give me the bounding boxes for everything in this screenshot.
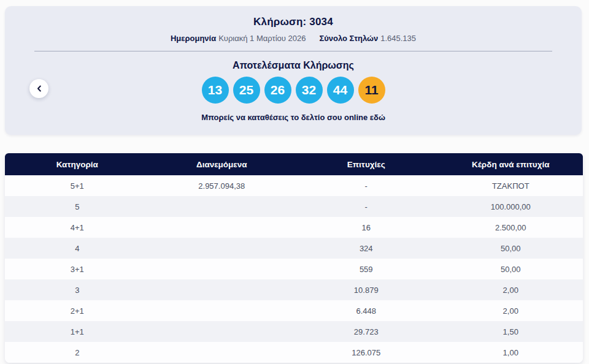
number-ball: 13 [202,77,229,104]
draw-date-value: Κυριακή 1 Μαρτίου 2026 [218,34,306,43]
cell-distributed [150,300,294,321]
prize-table: Κατηγορία Διανεμόμενα Επιτυχίες Κέρδη αν… [5,153,583,363]
divider [34,51,552,51]
table-row: 3+155950,00 [5,259,583,279]
cell-winners: - [294,175,439,196]
number-ball: 26 [264,77,291,104]
cell-category: 2 [5,342,150,363]
chevron-left-icon [36,85,42,92]
cell-distributed [150,321,294,342]
cell-winners: 324 [294,238,439,259]
draw-meta: ΗμερομηνίαΚυριακή 1 Μαρτίου 2026 Σύνολο … [5,34,582,43]
prize-table-card: Κατηγορία Διανεμόμενα Επιτυχίες Κέρδη αν… [5,153,583,363]
cell-prize: 100.000,00 [439,196,583,217]
cell-category: 4 [5,238,150,259]
cell-winners: 29.723 [294,321,439,342]
table-row: 1+129.7231,50 [5,321,583,342]
cell-prize: 50,00 [439,259,583,279]
cell-prize: 2.500,00 [439,217,583,238]
draw-results-card: Κλήρωση: 3034 ΗμερομηνίαΚυριακή 1 Μαρτίο… [5,6,582,135]
prize-table-body: 5+12.957.094,38-ΤΖΑΚΠΟΤ5-100.000,004+116… [5,175,583,363]
cell-distributed [150,279,294,300]
table-row: 2126.0751,00 [5,342,583,363]
header-winners: Επιτυχίες [294,153,439,175]
table-row: 4+1162.500,00 [5,217,583,238]
deposit-online-link[interactable]: Μπορείς να καταθέσεις το δελτίο σου onli… [201,113,385,122]
cell-prize: ΤΖΑΚΠΟΤ [439,175,583,196]
cell-category: 1+1 [5,321,150,342]
header-prize: Κέρδη ανά επιτυχία [439,153,583,175]
bonus-number-ball: 11 [358,77,385,104]
table-row: 2+16.4482,00 [5,300,583,321]
cell-category: 4+1 [5,217,150,238]
cell-distributed [150,259,294,279]
cell-category: 3+1 [5,259,150,279]
table-row: 310.8792,00 [5,279,583,300]
cell-prize: 50,00 [439,238,583,259]
cell-winners: 126.075 [294,342,439,363]
header-category: Κατηγορία [5,153,150,175]
cell-prize: 2,00 [439,279,583,300]
winning-numbers: 13 25 26 32 44 11 [5,77,582,104]
table-row: 432450,00 [5,238,583,259]
total-columns: Σύνολο Στηλών1.645.135 [319,34,416,43]
cell-prize: 1,00 [439,342,583,363]
header-distributed: Διανεμόμενα [150,153,294,175]
cell-distributed [150,196,294,217]
table-row: 5+12.957.094,38-ΤΖΑΚΠΟΤ [5,175,583,196]
cell-winners: 16 [294,217,439,238]
total-columns-label: Σύνολο Στηλών [319,34,378,43]
cell-winners: 559 [294,259,439,279]
number-ball: 44 [327,77,354,104]
cell-category: 5 [5,196,150,217]
total-columns-value: 1.645.135 [380,34,416,43]
cell-prize: 2,00 [439,300,583,321]
cell-winners: 10.879 [294,279,439,300]
cell-prize: 1,50 [439,321,583,342]
cell-winners: 6.448 [294,300,439,321]
draw-date: ΗμερομηνίαΚυριακή 1 Μαρτίου 2026 [171,34,306,43]
cell-distributed [150,342,294,363]
cell-category: 2+1 [5,300,150,321]
cell-category: 3 [5,279,150,300]
cell-winners: - [294,196,439,217]
cell-distributed [150,238,294,259]
draw-date-label: Ημερομηνία [171,34,216,43]
previous-draw-button[interactable] [29,79,48,98]
cell-distributed [150,217,294,238]
results-heading: Αποτελέσματα Κλήρωσης [5,60,582,71]
cell-distributed: 2.957.094,38 [150,175,294,196]
draw-title: Κλήρωση: 3034 [5,6,582,28]
table-row: 5-100.000,00 [5,196,583,217]
number-ball: 25 [233,77,260,104]
number-ball: 32 [296,77,323,104]
cell-category: 5+1 [5,175,150,196]
prize-table-header: Κατηγορία Διανεμόμενα Επιτυχίες Κέρδη αν… [5,153,583,175]
